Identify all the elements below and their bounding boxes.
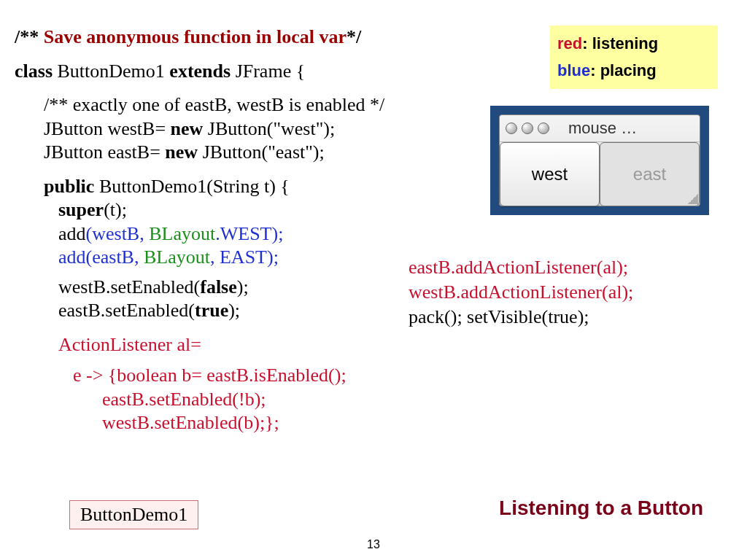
- page-number: 13: [367, 538, 380, 551]
- footer-title: Listening to a Button: [499, 497, 703, 520]
- code-text: ButtonDemo1: [53, 61, 169, 82]
- kw-new: new: [165, 141, 198, 163]
- code-line: add(westB, BLayout.WEST);: [58, 222, 732, 246]
- code-green: BLayout: [144, 246, 210, 268]
- code-text: );: [237, 276, 249, 298]
- code-line: super(t);: [58, 198, 732, 222]
- kw-super: super: [58, 199, 104, 220]
- code-text: JButton("west");: [203, 118, 335, 139]
- code-text: eastB.setEnabled(: [58, 300, 195, 321]
- code-line: westB.setEnabled(b);};: [102, 411, 732, 435]
- file-label: ButtonDemo1: [69, 500, 198, 529]
- legend-red: red: listening: [557, 30, 711, 57]
- title-post: */: [347, 26, 361, 47]
- code-line: /** exactly one of eastB, westB is enabl…: [44, 93, 732, 117]
- kw-extends: extends: [169, 61, 231, 82]
- title-pre: /**: [15, 26, 44, 47]
- legend-red-key: red: [557, 34, 582, 52]
- kw-true: true: [195, 300, 228, 321]
- code-blue: (westB,: [86, 223, 150, 244]
- code-line: e -> {boolean b= eastB.isEnabled();: [73, 364, 732, 388]
- code-text: (t);: [104, 199, 127, 220]
- code-text: JButton westB=: [44, 118, 171, 139]
- code-text: ButtonDemo1(String t) {: [94, 176, 289, 197]
- code-text: add: [58, 223, 86, 244]
- title-main: Save anonymous function in local var: [44, 26, 347, 47]
- code-text: JFrame {: [231, 61, 305, 82]
- code-line: JButton eastB= new JButton("east");: [44, 141, 732, 165]
- kw-public: public: [44, 176, 94, 197]
- right-code-block: eastB.addActionListener(al); westB.addAc…: [409, 255, 633, 329]
- code-line: eastB.addActionListener(al);: [409, 255, 633, 280]
- code-line: public ButtonDemo1(String t) {: [44, 175, 732, 199]
- code-blue: add(eastB,: [58, 246, 144, 268]
- code-blue: , EAST);: [210, 246, 279, 268]
- slide: /** Save anonymous function in local var…: [0, 0, 747, 560]
- code-text: JButton eastB=: [44, 141, 165, 163]
- code-line: ActionListener al=: [58, 333, 732, 357]
- code-line: JButton westB= new JButton("west");: [44, 117, 732, 141]
- code-text: JButton("east");: [198, 141, 325, 163]
- kw-new: new: [171, 118, 204, 139]
- kw-class: class: [15, 61, 53, 82]
- code-line: westB.addActionListener(al);: [409, 280, 633, 305]
- code-line: pack(); setVisible(true);: [409, 305, 633, 330]
- code-text: westB.setEnabled(: [58, 276, 200, 298]
- code-text: );: [228, 300, 240, 321]
- legend-red-val: : listening: [582, 34, 658, 52]
- code-body: class ButtonDemo1 extends JFrame { /** e…: [15, 60, 732, 435]
- code-line: class ButtonDemo1 extends JFrame {: [15, 60, 732, 84]
- code-line: eastB.setEnabled(!b);: [102, 388, 732, 412]
- code-green: BLayout: [149, 223, 215, 244]
- kw-false: false: [200, 276, 237, 298]
- code-blue: .WEST);: [215, 223, 283, 244]
